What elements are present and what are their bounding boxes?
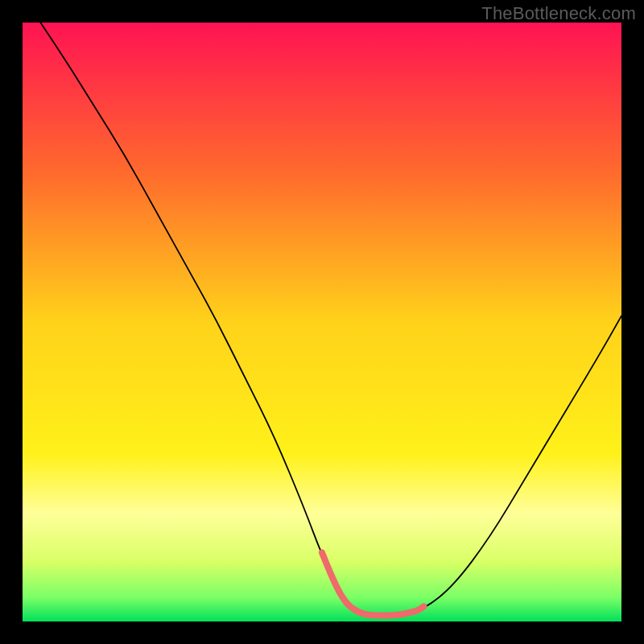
bottleneck-chart bbox=[23, 23, 621, 621]
chart-frame: TheBottleneck.com bbox=[0, 0, 644, 644]
chart-background bbox=[23, 23, 621, 621]
watermark-label: TheBottleneck.com bbox=[481, 3, 636, 24]
plot-area bbox=[23, 23, 621, 621]
